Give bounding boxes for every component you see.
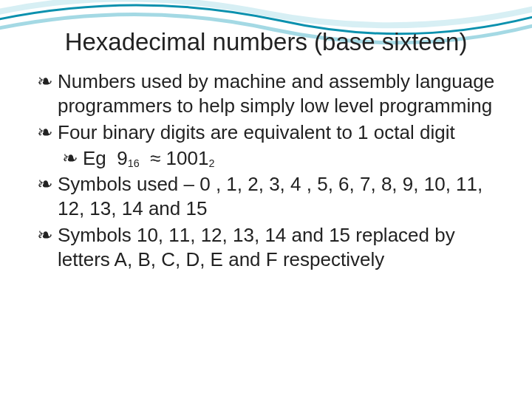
sub-bullet-item: ❧ Eg 916 ≈ 10012 [37,146,495,171]
slide: Hexadecimal numbers (base sixteen) ❧ Num… [0,0,532,399]
bullet-item: ❧ Numbers used by machine and assembly l… [37,69,495,119]
bullet-marker-icon: ❧ [37,120,58,145]
bullet-text: Numbers used by machine and assembly lan… [58,69,495,119]
bullet-marker-icon: ❧ [37,172,58,222]
bullet-marker-icon: ❧ [37,223,58,273]
bullet-item: ❧ Symbols used – 0 , 1, 2, 3, 4 , 5, 6, … [37,172,495,222]
slide-title: Hexadecimal numbers (base sixteen) [37,28,495,56]
bullet-item: ❧ Symbols 10, 11, 12, 13, 14 and 15 repl… [37,223,495,273]
bullet-marker-icon: ❧ [62,146,83,171]
bullet-text: Symbols 10, 11, 12, 13, 14 and 15 replac… [58,223,495,273]
bullet-text: Eg 916 ≈ 10012 [83,146,495,171]
bullet-text: Four binary digits are equivalent to 1 o… [58,120,495,145]
bullet-text: Symbols used – 0 , 1, 2, 3, 4 , 5, 6, 7,… [58,172,495,222]
bullet-item: ❧ Four binary digits are equivalent to 1… [37,120,495,145]
bullet-marker-icon: ❧ [37,69,58,119]
slide-body: ❧ Numbers used by machine and assembly l… [37,69,495,272]
